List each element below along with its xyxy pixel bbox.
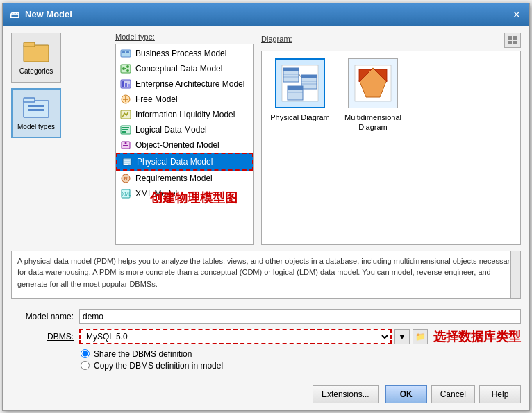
model-item-bpm-label: Business Process Model	[135, 49, 226, 58]
model-item-oom-label: Object-Oriented Model	[135, 140, 219, 150]
svg-rect-31	[124, 160, 130, 161]
dbms-dropdown-button[interactable]: ▼	[394, 329, 410, 344]
copy-radio-label: Copy the DBMS definition in model	[94, 361, 223, 371]
physical-diagram-thumb	[275, 58, 325, 108]
fm-icon	[120, 94, 131, 105]
model-item-ilm[interactable]: Information Liquidity Model	[116, 107, 253, 122]
diagram-grid: Physical Diagram	[261, 51, 521, 245]
cdm-icon	[120, 63, 131, 74]
svg-rect-29	[123, 145, 128, 146]
description-scrollbar[interactable]	[510, 251, 520, 298]
svg-rect-16	[122, 81, 124, 87]
multi-diagram-thumb	[348, 58, 398, 108]
svg-point-10	[122, 67, 125, 70]
model-item-bpm[interactable]: Business Process Model	[116, 46, 253, 61]
diagram-section: Diagram:	[261, 33, 521, 245]
svg-rect-7	[122, 51, 125, 53]
svg-rect-26	[122, 131, 126, 133]
copy-radio[interactable]	[81, 361, 90, 370]
model-item-cdm[interactable]: Conceptual Data Model	[116, 61, 253, 76]
share-radio[interactable]	[81, 349, 90, 358]
svg-rect-48	[301, 75, 317, 78]
xml-icon: XML	[120, 188, 131, 199]
svg-rect-8	[126, 51, 129, 53]
svg-rect-24	[122, 127, 129, 128]
title-bar: 🗃 New Model ✕	[3, 3, 529, 26]
ldm-icon	[120, 124, 131, 135]
model-type-list[interactable]: Business Process Model Conceptual Data M…	[115, 44, 254, 245]
annotation-model-text: 创建物理模型图	[150, 189, 238, 206]
model-item-fm-label: Free Model	[135, 94, 178, 104]
svg-rect-32	[124, 162, 130, 163]
model-name-input[interactable]	[79, 309, 521, 324]
model-types-label: Model types	[17, 123, 55, 130]
extensions-button[interactable]: Extensions...	[313, 385, 379, 403]
svg-rect-41	[513, 41, 517, 44]
svg-rect-25	[122, 129, 128, 130]
left-panel: Categories Model types	[11, 33, 108, 245]
rm-icon: R	[120, 173, 131, 184]
model-item-ldm[interactable]: Logical Data Model	[116, 122, 253, 137]
grid-view-icon	[508, 35, 517, 45]
svg-rect-3	[24, 98, 35, 102]
svg-rect-33	[124, 164, 128, 165]
svg-point-28	[125, 142, 127, 144]
form-section: Model name: DBMS: MySQL 5.0 ▼ 📁 选择数据库类型 …	[11, 305, 521, 373]
description-text: A physical data model (PDM) helps you to…	[17, 257, 514, 288]
categories-icon	[22, 40, 50, 65]
svg-rect-39	[513, 36, 517, 40]
model-item-oom[interactable]: Object-Oriented Model	[116, 137, 253, 153]
model-item-fm[interactable]: Free Model	[116, 92, 253, 107]
model-item-pdm[interactable]: Physical Data Model	[116, 153, 253, 171]
top-section: Categories Model types Model t	[11, 33, 521, 245]
model-item-eam[interactable]: Enterprise Architecture Model	[116, 76, 253, 92]
diagram-header: Diagram:	[261, 33, 521, 48]
dialog-title-icon: 🗃	[10, 9, 19, 20]
pdm-icon	[122, 156, 133, 167]
new-model-dialog: 🗃 New Model ✕ Categories	[2, 3, 530, 411]
diagram-section-label: Diagram:	[261, 35, 292, 43]
model-item-ilm-label: Information Liquidity Model	[135, 110, 235, 119]
svg-rect-0	[24, 45, 49, 62]
description-box: A physical data model (PDM) helps you to…	[11, 251, 521, 299]
dbms-select[interactable]: MySQL 5.0	[79, 329, 392, 344]
help-button[interactable]: Help	[479, 385, 521, 403]
eam-icon	[120, 78, 131, 90]
categories-button[interactable]: Categories	[11, 33, 61, 83]
diagram-item-multi[interactable]: Multidimensional Diagram	[342, 58, 404, 133]
svg-rect-5	[28, 109, 44, 111]
model-type-section: Model type: Business Process Model	[115, 33, 254, 245]
ilm-icon	[120, 109, 131, 120]
share-radio-row: Share the DBMS definition	[81, 349, 521, 359]
copy-radio-row: Copy the DBMS definition in model	[81, 361, 521, 371]
multi-diagram-label: Multidimensional Diagram	[344, 112, 401, 133]
physical-diagram-svg	[279, 62, 321, 104]
model-types-button[interactable]: Model types	[11, 88, 61, 138]
svg-rect-38	[508, 36, 512, 40]
svg-rect-44	[283, 68, 299, 71]
title-controls: ✕	[511, 9, 522, 20]
share-radio-label: Share the DBMS definition	[94, 349, 192, 359]
close-button[interactable]: ✕	[511, 9, 522, 20]
dbms-label: DBMS:	[11, 332, 74, 342]
model-item-cdm-label: Conceptual Data Model	[135, 64, 222, 74]
dbms-folder-button[interactable]: 📁	[413, 329, 428, 344]
bpm-icon	[120, 48, 131, 59]
view-toggle-button[interactable]	[504, 33, 521, 48]
ok-button[interactable]: OK	[385, 385, 427, 403]
multi-diagram-svg	[352, 62, 394, 104]
dialog-body: Categories Model types Model t	[3, 26, 529, 410]
cancel-button[interactable]: Cancel	[431, 385, 475, 403]
model-type-section-label: Model type:	[115, 33, 254, 41]
model-item-pdm-label: Physical Data Model	[137, 157, 213, 167]
annotation-dbms-text: 选择数据库类型	[433, 328, 521, 345]
model-item-rm[interactable]: R Requirements Model	[116, 171, 253, 186]
bottom-buttons: Extensions... OK Cancel Help	[11, 382, 521, 405]
physical-diagram-label: Physical Diagram	[270, 112, 330, 122]
model-item-eam-label: Enterprise Architecture Model	[135, 79, 244, 89]
model-name-label: Model name:	[11, 312, 74, 321]
diagram-item-physical[interactable]: Physical Diagram	[269, 58, 331, 133]
svg-text:R: R	[124, 176, 128, 182]
svg-rect-17	[125, 83, 127, 87]
svg-point-11	[126, 65, 129, 68]
